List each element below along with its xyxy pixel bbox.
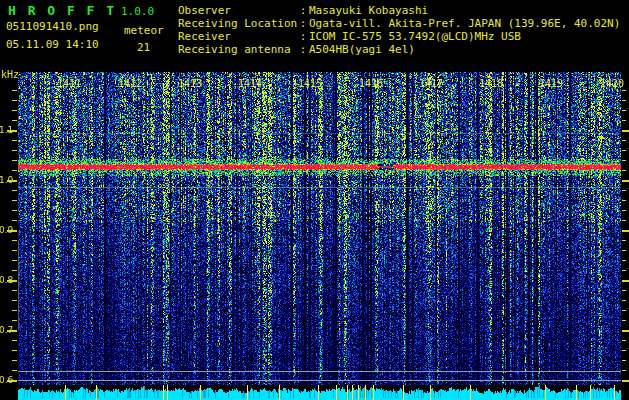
info-colon: : — [297, 43, 309, 56]
time-label-1412: 1412 — [118, 79, 142, 89]
info-row-receiver: Receiver:ICOM IC-575 53.7492(@LCD)MHz US… — [178, 30, 620, 43]
info-colon: : — [297, 17, 309, 30]
app-title: H R O F F T — [8, 3, 116, 18]
info-label: Receiver — [178, 30, 297, 43]
info-value: ICOM IC-575 53.7492(@LCD)MHz USB — [309, 30, 521, 43]
info-colon: : — [297, 4, 309, 17]
info-row-observer: Observer:Masayuki Kobayashi — [178, 4, 620, 17]
meteor-count: 21 — [137, 42, 150, 54]
time-label-1414: 1414 — [238, 79, 262, 89]
hrofft-output-image: H R O F F T 1.0.0 0511091410.png meteor … — [0, 0, 629, 400]
info-label: Receiving antenna — [178, 43, 297, 56]
freq-unit-label: kHz — [1, 70, 19, 80]
freq-axis-label-1.1: 1.1 — [0, 125, 13, 135]
info-value: Masayuki Kobayashi — [309, 4, 428, 17]
time-label-1415: 1415 — [298, 79, 322, 89]
freq-axis-label-0.7: 0.7 — [0, 325, 13, 335]
freq-axis-label-0.6: 0.6 — [0, 375, 13, 385]
info-value: Ogata-vill. Akita-Pref. JAPAN (139.96E, … — [309, 17, 620, 30]
time-label-1420: 1420 — [600, 79, 624, 89]
freq-axis-label-1.0: 1.0 — [0, 175, 13, 185]
info-row-location: Receiving Location:Ogata-vill. Akita-Pre… — [178, 17, 620, 30]
info-value: A504HB(yagi 4el) — [309, 43, 415, 56]
freq-axis-label-0.9: 0.9 — [0, 225, 13, 235]
time-label-1413: 1413 — [178, 79, 202, 89]
mode-label: meteor — [124, 25, 164, 37]
filename-label: 0511091410.png — [6, 21, 99, 33]
station-info: Observer:Masayuki Kobayashi Receiving Lo… — [178, 4, 620, 56]
time-label-1419: 1419 — [539, 79, 563, 89]
time-label-1418: 1418 — [479, 79, 503, 89]
info-row-antenna: Receiving antenna:A504HB(yagi 4el) — [178, 43, 620, 56]
info-label: Observer — [178, 4, 297, 17]
time-label-1416: 1416 — [359, 79, 383, 89]
info-label: Receiving Location — [178, 17, 297, 30]
datetime-label: 05.11.09 14:10 — [6, 39, 99, 51]
spectrogram-canvas — [0, 68, 629, 400]
time-label-1411: 1411 — [57, 79, 81, 89]
freq-axis-label-0.8: 0.8 — [0, 275, 13, 285]
info-colon: : — [297, 30, 309, 43]
time-label-1417: 1417 — [419, 79, 443, 89]
app-version: 1.0.0 — [121, 5, 154, 18]
